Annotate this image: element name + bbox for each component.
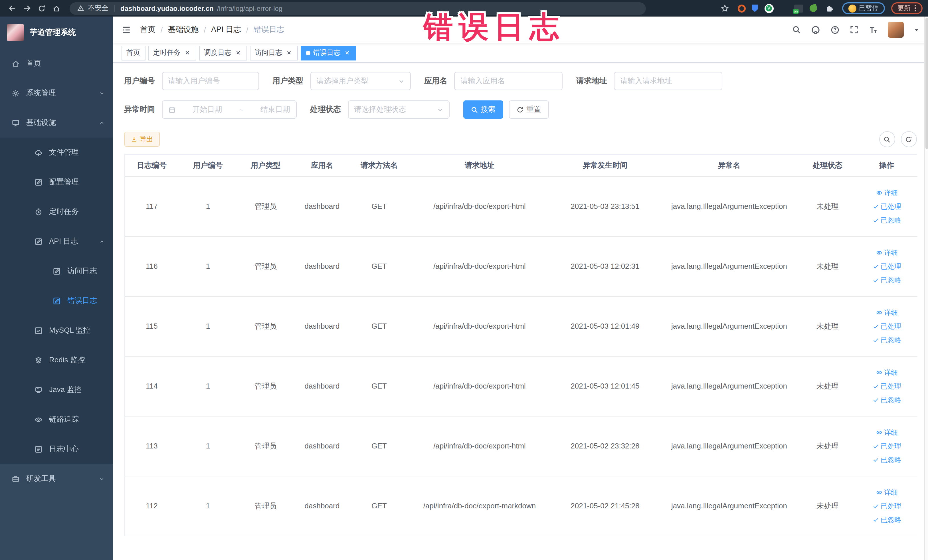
user-type-select[interactable]: 请选择用户类型 [310, 72, 411, 90]
cell-user_type: 管理员 [237, 416, 294, 476]
sidebar-item-7[interactable]: 访问日志 [0, 256, 113, 286]
browser-menu-icon[interactable] [914, 5, 916, 12]
user-id-input[interactable]: 请输入用户编号 [162, 72, 259, 90]
sidebar-item-8[interactable]: 错误日志 [0, 286, 113, 316]
export-button[interactable]: 导出 [124, 132, 159, 146]
address-bar[interactable]: 不安全 dashboard.yudao.iocoder.cn/infra/log… [70, 2, 646, 15]
reset-button[interactable]: 重置 [509, 101, 549, 119]
extension-leaf-icon[interactable] [809, 5, 817, 12]
extension-on-badge-icon[interactable]: on [794, 4, 803, 12]
extensions-puzzle-icon[interactable] [823, 2, 836, 15]
processed-link[interactable]: 已处理 [859, 319, 914, 333]
detail-link[interactable]: 详细 [859, 246, 914, 259]
close-icon[interactable] [343, 49, 351, 56]
cell-method: GET [350, 356, 408, 416]
extension-shield-icon[interactable] [752, 5, 758, 12]
check-icon [872, 217, 879, 223]
collapse-sidebar-icon[interactable] [121, 25, 131, 35]
sidebar-item-10[interactable]: Redis 监控 [0, 345, 113, 375]
processed-link[interactable]: 已处理 [859, 200, 914, 213]
date-range-picker[interactable]: 开始日期 ~ 结束日期 [162, 101, 296, 119]
sidebar-item-label: 配置管理 [49, 177, 79, 187]
question-icon[interactable] [830, 25, 839, 35]
browser-update-button[interactable]: 更新 [891, 2, 922, 14]
detail-link[interactable]: 详细 [859, 305, 914, 319]
processed-link[interactable]: 已处理 [859, 439, 914, 453]
filter-process-status: 处理状态 请选择处理状态 [310, 101, 449, 119]
detail-link[interactable]: 详细 [859, 425, 914, 439]
processed-link[interactable]: 已处理 [859, 259, 914, 273]
ignored-link[interactable]: 已忽略 [859, 333, 914, 346]
font-size-icon[interactable] [868, 25, 878, 35]
sidebar-item-14[interactable]: 研发工具 [0, 464, 113, 493]
cell-status: 未处理 [799, 176, 856, 236]
sidebar-item-13[interactable]: 日志中心 [0, 434, 113, 464]
close-icon[interactable] [285, 49, 292, 56]
breadcrumb-infra[interactable]: 基础设施 [168, 24, 199, 35]
cell-exception: java.lang.IllegalArgumentException [659, 236, 799, 296]
ignored-link[interactable]: 已忽略 [859, 513, 914, 526]
scrollbar-thumb[interactable] [925, 18, 928, 149]
ignored-link[interactable]: 已忽略 [859, 273, 914, 287]
cell-time: 2021-05-03 12:02:31 [551, 236, 659, 296]
tab-4[interactable]: 错误日志 [301, 45, 356, 60]
profile-paused-badge[interactable]: 已暂停 [842, 2, 885, 14]
reload-icon[interactable] [35, 2, 48, 15]
sidebar-item-9[interactable]: MySQL 监控 [0, 316, 113, 345]
sidebar-item-5[interactable]: 定时任务 [0, 197, 113, 226]
sidebar-item-0[interactable]: 首页 [0, 49, 113, 78]
refresh-button[interactable] [901, 131, 917, 147]
sidebar-item-12[interactable]: 链路追踪 [0, 404, 113, 434]
cell-actions: 详细已处理已忽略 [856, 356, 917, 416]
tab-3[interactable]: 访问日志 [250, 45, 298, 60]
close-icon[interactable] [234, 49, 242, 56]
request-url-input[interactable]: 请输入请求地址 [614, 72, 722, 90]
scrollbar[interactable] [924, 17, 928, 560]
home-icon[interactable] [50, 2, 63, 15]
tab-2[interactable]: 调度日志 [199, 45, 247, 60]
fullscreen-icon[interactable] [849, 25, 858, 34]
sidebar-item-4[interactable]: 配置管理 [0, 167, 113, 197]
back-icon[interactable] [6, 2, 18, 15]
sidebar-item-11[interactable]: Java 监控 [0, 375, 113, 404]
sidebar-item-label: 日志中心 [49, 444, 79, 454]
processed-link[interactable]: 已处理 [859, 499, 914, 513]
search-button[interactable]: 搜索 [463, 101, 503, 119]
extension-orange-icon[interactable] [737, 4, 745, 12]
tab-0[interactable]: 首页 [121, 45, 145, 60]
forward-icon[interactable] [21, 2, 33, 15]
app-name-input[interactable]: 请输入应用名 [454, 72, 563, 90]
cell-status: 未处理 [799, 236, 856, 296]
detail-link[interactable]: 详细 [859, 485, 914, 499]
cell-id: 117 [125, 176, 179, 236]
user-avatar[interactable] [887, 22, 904, 38]
sidebar-item-1[interactable]: 系统管理 [0, 78, 113, 108]
extension-grid-icon[interactable] [780, 4, 788, 12]
ignored-link[interactable]: 已忽略 [859, 393, 914, 406]
column-header-1: 用户编号 [179, 155, 237, 176]
logo[interactable]: 芋道管理系统 [0, 17, 113, 49]
processed-link[interactable]: 已处理 [859, 379, 914, 393]
close-icon[interactable] [183, 49, 191, 56]
sidebar-item-6[interactable]: API 日志 [0, 226, 113, 256]
user-caret-down-icon[interactable] [913, 26, 919, 33]
update-label: 更新 [897, 4, 911, 12]
extension-green-v-icon[interactable]: V [764, 4, 773, 13]
ignored-link[interactable]: 已忽略 [859, 213, 914, 227]
toggle-search-button[interactable] [879, 131, 895, 147]
sidebar-item-3[interactable]: 文件管理 [0, 137, 113, 167]
cell-method: GET [350, 416, 408, 476]
process-status-select[interactable]: 请选择处理状态 [348, 101, 449, 119]
detail-link[interactable]: 详细 [859, 365, 914, 379]
cell-url: /api/infra/db-doc/export-markdown [408, 476, 551, 536]
search-icon[interactable] [792, 25, 801, 34]
detail-link[interactable]: 详细 [859, 186, 914, 200]
chevron-down-icon [437, 107, 443, 113]
tab-1[interactable]: 定时任务 [148, 45, 196, 60]
github-icon[interactable] [810, 25, 820, 35]
breadcrumb-home[interactable]: 首页 [140, 24, 156, 35]
breadcrumb-api-log[interactable]: API 日志 [211, 24, 241, 35]
bookmark-star-icon[interactable] [719, 2, 731, 15]
sidebar-item-2[interactable]: 基础设施 [0, 108, 113, 137]
ignored-link[interactable]: 已忽略 [859, 453, 914, 467]
